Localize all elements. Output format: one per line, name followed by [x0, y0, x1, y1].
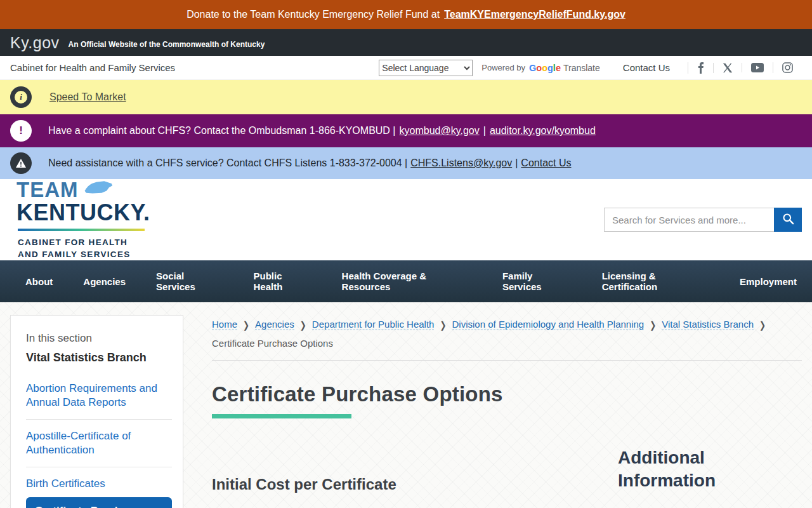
breadcrumb-home[interactable]: Home — [212, 319, 237, 330]
alert-circle-icon: ! — [10, 120, 32, 142]
powered-by-label: Powered by — [481, 63, 525, 72]
logo-gradient-bar — [18, 229, 145, 231]
nav-item-public-health[interactable]: Public Health — [239, 271, 327, 292]
logo-cabinet-line1: CABINET FOR HEALTH — [18, 237, 150, 248]
chfs-listens-email-link[interactable]: CHFS.Listens@ky.gov — [410, 157, 512, 169]
kygov-brand[interactable]: Ky.gov — [10, 34, 60, 52]
team-kentucky-logo[interactable]: TEAM KENTUCKY. CABINET FOR HEALTH AND FA… — [16, 179, 150, 260]
logo-kentucky-text: KENTUCKY. — [16, 201, 150, 224]
google-logo: Google — [529, 63, 561, 73]
nav-item-employment[interactable]: Employment — [724, 276, 812, 287]
chevron-right-icon: ❯ — [759, 317, 766, 333]
main-column: Home❯Agencies❯Department for Public Heal… — [212, 302, 802, 493]
contact-us-alert-link[interactable]: Contact Us — [521, 157, 571, 169]
title-accent-bar — [212, 414, 351, 418]
donate-banner: Donate to the Team Kentucky Emergency Re… — [0, 0, 812, 29]
breadcrumb-current: Certificate Purchase Options — [212, 335, 802, 352]
site-search — [604, 208, 802, 232]
warning-icon — [10, 152, 32, 174]
chfs-listens-alert: Need assistance with a CHFS service? Con… — [0, 147, 812, 179]
speed-to-market-link[interactable]: Speed To Market — [49, 91, 126, 103]
sidebar-eyebrow: In this section — [26, 332, 172, 345]
nav-item-social-services[interactable]: Social Services — [141, 271, 239, 292]
social-links — [688, 60, 802, 76]
search-button[interactable] — [774, 208, 802, 232]
section-sidebar: In this section Vital Statistics Branch … — [10, 315, 183, 508]
additional-information-heading: Additional Information — [618, 446, 751, 492]
x-icon[interactable] — [713, 63, 742, 73]
separator: | — [515, 157, 518, 169]
donate-text: Donate to the Team Kentucky Emergency Re… — [187, 9, 440, 20]
chevron-right-icon: ❯ — [243, 317, 249, 333]
facebook-icon[interactable] — [688, 62, 713, 74]
search-input[interactable] — [604, 208, 774, 232]
ombudsman-text: Have a complaint about CHFS? Contact the… — [48, 125, 396, 137]
chevron-right-icon: ❯ — [650, 317, 656, 333]
sidebar-item-birth-certificates[interactable]: Birth Certificates — [26, 467, 172, 497]
sidebar-item-abortion-reports[interactable]: Abortion Requirements and Annual Data Re… — [26, 372, 172, 420]
kentucky-state-icon — [84, 180, 113, 197]
chevron-right-icon: ❯ — [300, 317, 306, 333]
breadcrumb: Home❯Agencies❯Department for Public Heal… — [212, 316, 802, 351]
info-icon: i — [10, 86, 32, 108]
agency-bar: Cabinet for Health and Family Services S… — [0, 56, 812, 80]
logo-team-text: TEAM — [16, 179, 79, 200]
ombudsman-alert: ! Have a complaint about CHFS? Contact t… — [0, 114, 812, 147]
youtube-icon[interactable] — [742, 63, 773, 72]
instagram-icon[interactable] — [773, 62, 802, 73]
translate-label: Translate — [563, 63, 600, 73]
page-title: Certificate Purchase Options — [212, 382, 802, 406]
breadcrumb-vital-statistics[interactable]: Vital Statistics Branch — [662, 319, 754, 330]
language-select[interactable]: Select Language — [379, 60, 473, 76]
right-column: Additional Information — [618, 418, 802, 492]
sidebar-section-title: Vital Statistics Branch — [26, 351, 172, 364]
left-column: Initial Cost per Certificate — [212, 418, 618, 493]
auditor-link[interactable]: auditor.ky.gov/kyombud — [490, 125, 596, 137]
content-region: In this section Vital Statistics Branch … — [0, 302, 812, 508]
breadcrumb-agencies[interactable]: Agencies — [255, 319, 294, 330]
nav-item-agencies[interactable]: Agencies — [68, 276, 141, 287]
official-tagline: An Official Website of the Commonwealth … — [69, 40, 265, 49]
donate-link[interactable]: TeamKYEmergencyReliefFund.ky.gov — [444, 9, 625, 20]
kyombud-email-link[interactable]: kyombud@ky.gov — [400, 125, 480, 137]
nav-item-about[interactable]: About — [10, 276, 68, 287]
separator: | — [483, 125, 486, 137]
nav-item-licensing[interactable]: Licensing & Certification — [587, 271, 724, 292]
divider — [212, 360, 802, 361]
breadcrumb-epidemiology[interactable]: Division of Epidemiology and Health Plan… — [452, 319, 645, 330]
official-bar: Ky.gov An Official Website of the Common… — [0, 29, 812, 56]
chevron-right-icon: ❯ — [440, 317, 446, 333]
sidebar-item-certificate-purchase-options-active[interactable]: Certificate Purchase Options — [26, 497, 172, 508]
initial-cost-heading: Initial Cost per Certificate — [212, 476, 618, 493]
sidebar-item-apostille[interactable]: Apostille-Certificate of Authentication — [26, 420, 172, 467]
nav-item-health-coverage[interactable]: Health Coverage & Resources — [327, 271, 487, 292]
contact-us-link[interactable]: Contact Us — [623, 62, 670, 73]
agency-name: Cabinet for Health and Family Services — [10, 62, 175, 73]
speed-to-market-alert: i Speed To Market — [0, 80, 812, 114]
search-icon — [782, 213, 794, 227]
primary-nav: About Agencies Social Services Public He… — [0, 260, 812, 302]
logo-cabinet-line2: AND FAMILY SERVICES — [18, 249, 150, 260]
breadcrumb-public-health[interactable]: Department for Public Health — [312, 319, 435, 330]
nav-item-family-services[interactable]: Family Services — [487, 271, 587, 292]
google-translate-attribution: Powered by Google Translate — [481, 63, 599, 73]
chfs-listens-text: Need assistance with a CHFS service? Con… — [48, 157, 407, 169]
content-columns: Initial Cost per Certificate Additional … — [212, 418, 802, 493]
site-header: TEAM KENTUCKY. CABINET FOR HEALTH AND FA… — [0, 179, 812, 260]
